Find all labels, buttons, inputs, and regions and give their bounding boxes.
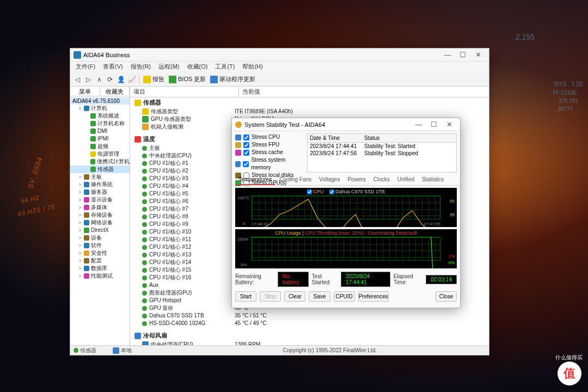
main-statusbar: 传感器 本地 Copyright (c) 1995-2022 FinalWire…	[70, 345, 489, 355]
menu-item[interactable]: 远程(M)	[155, 62, 183, 72]
tree-item[interactable]: 便携式计算机	[70, 158, 130, 166]
tree-item[interactable]: >DirectX	[70, 226, 130, 234]
stop-button[interactable]: Stop	[260, 291, 281, 302]
user-button[interactable]: 👤	[116, 75, 126, 84]
navigation-tree-panel: 菜单 收藏夹 AIDA64 v6.75.6100 v计算机系统概述计算机名称DM…	[70, 87, 130, 345]
preferences-button[interactable]: Preferences	[358, 291, 389, 302]
x-axis-right: 17:47:55	[424, 222, 440, 226]
tree-item[interactable]: >服务器	[70, 188, 130, 196]
tree-item[interactable]: >软件	[70, 242, 130, 249]
stress-check[interactable]: Stress system memory	[235, 156, 304, 171]
stress-check[interactable]: Stress FPU	[235, 141, 304, 149]
menu-item[interactable]: 文件(F)	[72, 62, 99, 72]
nav-up-button[interactable]: ∧	[94, 75, 104, 84]
tree-item[interactable]: 电源管理	[70, 150, 130, 158]
y2-right-neg: 1%	[448, 254, 455, 259]
sensor-row[interactable]: 传感器类型ITE IT8689E (ISA A40h)	[130, 108, 489, 115]
nav-forward-button[interactable]: ▷	[83, 75, 93, 84]
tree-item[interactable]: 传感器	[70, 166, 130, 173]
sensor-row[interactable]: HS-SSD-C4000 1024G45 °C / 49 °C	[130, 320, 489, 327]
hud-375: 375 781	[559, 98, 578, 104]
tree-item[interactable]: >显示设备	[70, 196, 130, 204]
tree-tab-fav[interactable]: 收藏夹	[100, 87, 130, 96]
usage-label: CPU Usage	[275, 230, 301, 236]
status-icon	[74, 348, 78, 353]
stability-close-button[interactable]: ✕	[442, 120, 457, 128]
graph-tab[interactable]: Clocks	[370, 175, 393, 185]
driver-update-button[interactable]: 驱动程序更新	[209, 75, 257, 83]
graph-tab[interactable]: Voltages	[316, 175, 343, 185]
menu-item[interactable]: 收藏(O)	[184, 62, 211, 72]
status-mid: 本地	[121, 347, 132, 354]
hud-code: FF CODE:	[553, 90, 578, 96]
minimize-button[interactable]: —	[440, 51, 455, 59]
save-button[interactable]: Save	[309, 291, 330, 302]
tree-item[interactable]: 系统概述	[70, 112, 130, 120]
stability-maximize-button[interactable]: ☐	[426, 120, 442, 128]
cpuid-button[interactable]: CPUID	[334, 291, 355, 302]
tree-item[interactable]: 计算机名称	[70, 120, 130, 127]
x-axis-left: 17:44:41	[252, 222, 268, 226]
tree-item[interactable]: >网络设备	[70, 219, 130, 226]
graph-tab[interactable]: Statistics	[419, 175, 447, 185]
graph-legend-ssd-check[interactable]	[329, 189, 334, 194]
graph-legend-cpu: CPU	[313, 189, 323, 194]
close-button[interactable]: ✕	[470, 51, 486, 59]
tree-item[interactable]: IPMI	[70, 135, 130, 143]
report-icon	[143, 76, 151, 83]
menu-item[interactable]: 工具(T)	[212, 62, 238, 72]
content-header-item: 项目	[130, 87, 239, 97]
stability-log-table: Date & Time Status 2023/8/24 17:44:41Sta…	[307, 133, 457, 173]
tree-item[interactable]: >安全性	[70, 249, 130, 257]
tree-item[interactable]: >操作系统	[70, 181, 130, 188]
tree-item[interactable]: >主板	[70, 173, 130, 181]
graph-legend-ssd: Dahua C970 SSD 1TB	[335, 189, 385, 194]
hud-267: 26777	[558, 106, 573, 112]
main-titlebar[interactable]: AIDA64 Business — ☐ ✕	[70, 48, 489, 62]
log-row[interactable]: 2023/8/24 17:47:56Stability Test: Stoppe…	[308, 150, 456, 157]
graph-tab[interactable]: Temperatures	[235, 175, 275, 185]
maximize-button[interactable]: ☐	[455, 51, 470, 59]
graph-tab[interactable]: Unified	[394, 175, 418, 185]
log-row[interactable]: 2023/8/24 17:44:41Stability Test: Starte…	[308, 143, 456, 150]
tree-item[interactable]: >配置	[70, 257, 130, 265]
stability-titlebar[interactable]: System Stability Test - AIDA64 — ☐ ✕	[232, 118, 460, 131]
graph-tab[interactable]: Cooling Fans	[276, 175, 315, 185]
sensor-row[interactable]: 中央处理器(CPU)1386 RPM	[130, 341, 489, 345]
close-stability-button[interactable]: Close	[436, 291, 457, 302]
tree-item[interactable]: 超频	[70, 143, 130, 150]
graph-legend-cpu-check[interactable]	[307, 189, 312, 194]
elapsed-value: 00:03:14	[426, 275, 457, 284]
report-button[interactable]: 报告	[142, 75, 166, 83]
main-toolbar: ◁ ▷ ∧ ⟳ 👤 📈 报告 BIOS 更新 驱动程序更新	[70, 72, 489, 87]
tree-item[interactable]: >数据库	[70, 265, 130, 272]
graph-tab[interactable]: Powers	[344, 175, 369, 185]
stress-check[interactable]: Stress CPU	[235, 133, 304, 141]
bios-update-button[interactable]: BIOS 更新	[167, 75, 207, 83]
menu-item[interactable]: 报告(R)	[127, 62, 154, 72]
stability-minimize-button[interactable]: —	[411, 120, 426, 128]
tree-item[interactable]: >多媒体	[70, 204, 130, 211]
stability-status-row: Remaining Battery: No battery Test Start…	[232, 270, 460, 289]
stress-check[interactable]: Stress cache	[235, 149, 304, 156]
tree-root[interactable]: AIDA64 v6.75.6100	[70, 97, 130, 105]
menu-item[interactable]: 帮助(H)	[239, 62, 266, 72]
tree-item[interactable]: >设备	[70, 234, 130, 242]
sensor-row[interactable]: Dahua C970 SSD 1TB35 °C / 51 °C	[130, 312, 489, 320]
started-label: Test Started:	[312, 273, 338, 285]
menu-item[interactable]: 查看(V)	[100, 62, 126, 72]
refresh-button[interactable]: ⟳	[105, 75, 115, 84]
tree-item[interactable]: >性能测试	[70, 272, 130, 280]
tree-item[interactable]: >存储设备	[70, 211, 130, 219]
tree-item[interactable]: DMI	[70, 127, 130, 135]
start-button[interactable]: Start	[235, 291, 256, 302]
nav-back-button[interactable]: ◁	[72, 75, 82, 84]
navigation-tree[interactable]: AIDA64 v6.75.6100 v计算机系统概述计算机名称DMIIPMI超频…	[70, 96, 130, 281]
chart-button[interactable]: 📈	[127, 75, 137, 84]
elapsed-label: Elapsed Time:	[394, 273, 422, 285]
stability-test-window: System Stability Test - AIDA64 — ☐ ✕ Str…	[231, 118, 461, 308]
tree-item[interactable]: v计算机	[70, 105, 130, 112]
clear-button[interactable]: Clear	[284, 291, 305, 302]
battery-label: Remaining Battery:	[235, 273, 274, 285]
tree-tab-menu[interactable]: 菜单	[70, 87, 100, 96]
